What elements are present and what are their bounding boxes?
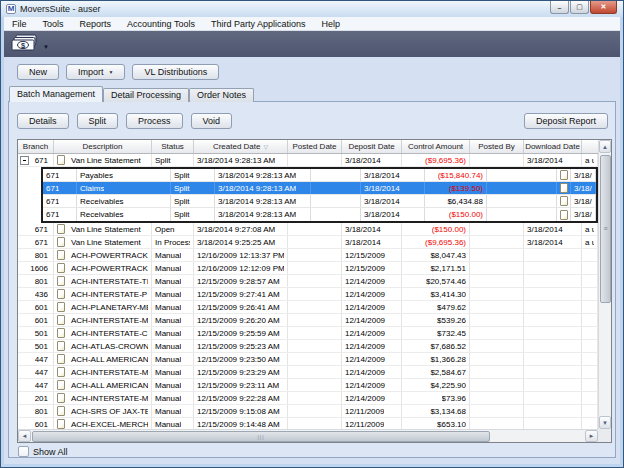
column-header-description[interactable]: Description <box>54 140 152 153</box>
expand-collapse-icon[interactable] <box>20 156 29 165</box>
cell-posted-by <box>487 195 557 207</box>
cell-posted-by <box>470 249 524 261</box>
vl-distributions-button[interactable]: VL Distributions <box>132 64 219 80</box>
horizontal-scrollbar[interactable] <box>18 429 598 442</box>
menu-item-accounting-tools[interactable]: Accounting Tools <box>119 19 203 29</box>
cell-posted-date <box>288 379 342 391</box>
grid-row-child[interactable]: 671ReceivablesSplit3/18/2014 9:28:13 AM3… <box>43 195 596 208</box>
cell-description: ACH-INTERSTATE-P <box>68 288 152 300</box>
details-button[interactable]: Details <box>17 113 69 129</box>
column-header-control-amount[interactable]: Control Amount <box>402 140 470 153</box>
maximize-button[interactable] <box>570 1 589 14</box>
cell-description: Payables <box>77 169 171 181</box>
cell-status: Manual <box>152 275 194 287</box>
close-button[interactable] <box>590 1 617 14</box>
batch-detail-group: 671PayablesSplit3/18/2014 9:28:13 AM3/18… <box>41 167 598 223</box>
grid-row[interactable]: 671Van Line StatementOpen3/18/2014 9:27:… <box>18 223 598 236</box>
cell-status: Manual <box>152 366 194 378</box>
grid-row[interactable]: 801ACH-POWERTRACKManual12/16/2009 12:13:… <box>18 249 598 262</box>
cell-posted-by <box>487 182 557 194</box>
grid-row-child[interactable]: 671ReceivablesSplit3/18/2014 9:28:13 AM3… <box>43 208 596 221</box>
scroll-down-icon[interactable] <box>599 416 611 429</box>
grid-row[interactable]: 671Van Line StatementSplit3/18/2014 9:28… <box>18 154 598 167</box>
cell-status: Manual <box>152 405 194 417</box>
column-header-status[interactable]: Status <box>152 140 194 153</box>
main-toolbar: $ <box>4 31 620 57</box>
minimize-button[interactable] <box>550 1 569 14</box>
tab-detail-processing[interactable]: Detail Processing <box>103 88 189 102</box>
menu-item-tools[interactable]: Tools <box>35 19 72 29</box>
cell-posted-by <box>470 327 524 339</box>
cell-control-amount: ($150.00) <box>425 208 487 221</box>
grid-row[interactable]: 601ACH-EXCEL-MERCHManual12/15/2009 9:14:… <box>18 418 598 429</box>
cell-deposit-date: 3/18/2014 <box>361 195 425 207</box>
grid-row[interactable]: 447ACH-ALL AMERICANManual12/15/2009 9:23… <box>18 353 598 366</box>
process-button[interactable]: Process <box>126 113 183 129</box>
toolbar-dropdown-caret-icon[interactable] <box>39 35 49 53</box>
cell-control-amount: $653.10 <box>402 418 470 429</box>
column-header-deposit-date[interactable]: Deposit Date <box>342 140 402 153</box>
new-button[interactable]: New <box>17 64 59 80</box>
grid-row[interactable]: 801ACH-INTERSTATE-TIManual12/15/2009 9:2… <box>18 275 598 288</box>
cell-description: Van Line Statement <box>68 154 152 166</box>
window-title: MoversSuite - auser <box>20 4 101 14</box>
cell-extra <box>582 275 598 287</box>
horizontal-scrollbar-thumb[interactable] <box>32 431 490 442</box>
scroll-left-icon[interactable] <box>18 430 31 442</box>
column-header-posted-by[interactable]: Posted By <box>470 140 524 153</box>
menu-item-reports[interactable]: Reports <box>72 19 120 29</box>
cell-control-amount: ($139.50) <box>425 182 487 194</box>
grid-row[interactable]: 601ACH-PLANETARY-MEManual12/15/2009 9:26… <box>18 301 598 314</box>
cell-status: In Process <box>152 236 194 248</box>
scroll-up-icon[interactable] <box>599 140 611 153</box>
grid-row[interactable]: 601ACH-INTERSTATE-MManual12/15/2009 9:26… <box>18 314 598 327</box>
cell-description: ACH-INTERSTATE-C <box>68 327 152 339</box>
cell-extra: a us <box>582 154 598 166</box>
cell-created-date: 3/18/2014 9:25:25 AM <box>194 236 288 248</box>
vertical-scrollbar[interactable] <box>598 140 611 429</box>
vertical-scrollbar-thumb[interactable] <box>600 155 611 303</box>
cell-icon <box>54 379 68 391</box>
grid-row[interactable]: 201ACH-INTERSTATE-MManual12/15/2009 9:22… <box>18 392 598 405</box>
menu-item-file[interactable]: File <box>4 19 35 29</box>
void-button[interactable]: Void <box>191 113 233 129</box>
menu-item-help[interactable]: Help <box>313 19 348 29</box>
cell-status: Split <box>171 195 215 207</box>
cell-control-amount: $3,414.30 <box>402 288 470 300</box>
cell-created-date: 12/16/2009 12:13:37 PM <box>194 249 288 261</box>
top-button-row: New Import VL Distributions <box>17 64 219 80</box>
scroll-right-icon[interactable] <box>585 430 598 442</box>
grid-row-child[interactable]: 671PayablesSplit3/18/2014 9:28:13 AM3/18… <box>43 169 596 182</box>
grid-header: BranchDescriptionStatusCreated DatePoste… <box>18 140 598 154</box>
grid-row[interactable]: 801ACH-SRS OF JAX-TEManual12/15/2009 9:1… <box>18 405 598 418</box>
split-button[interactable]: Split <box>77 113 119 129</box>
column-header-download-date[interactable]: Download Date <box>524 140 582 153</box>
grid-row[interactable]: 671Van Line StatementIn Process3/18/2014… <box>18 236 598 249</box>
cell-extra <box>582 353 598 365</box>
tab-batch-management[interactable]: Batch Management <box>9 86 103 102</box>
menu-item-third-party-applications[interactable]: Third Party Applications <box>203 19 314 29</box>
grid-row-child[interactable]: 671ClaimsSplit3/18/2014 9:28:13 AM3/18/2… <box>43 182 596 195</box>
cell-deposit-date: 3/18/2014 <box>361 208 425 221</box>
cell-created-date: 12/15/2009 9:23:29 AM <box>194 366 288 378</box>
deposit-report-button[interactable]: Deposit Report <box>524 113 608 129</box>
grid-row[interactable]: 447ACH-INTERSTATE-MManual12/15/2009 9:23… <box>18 366 598 379</box>
grid-row[interactable]: 501ACH-ATLAS-CROWNManual12/15/2009 9:25:… <box>18 340 598 353</box>
grid-row[interactable]: 1606ACH-POWERTRACKManual12/16/2009 12:12… <box>18 262 598 275</box>
column-header-branch[interactable]: Branch <box>18 140 54 153</box>
cell-icon <box>54 314 68 326</box>
cell-branch: 447 <box>18 353 54 365</box>
grid-row[interactable]: 447ACH-ALL AMERICANManual12/15/2009 9:23… <box>18 379 598 392</box>
cell-description: ACH-INTERSTATE-M <box>68 366 152 378</box>
grid-toolbar: DetailsSplitProcessVoid <box>17 113 232 129</box>
tab-order-notes[interactable]: Order Notes <box>189 88 254 102</box>
import-button[interactable]: Import <box>66 64 125 80</box>
cell-download-date: 3/18/2014 <box>571 195 596 207</box>
column-header-posted-date[interactable]: Posted Date <box>288 140 342 153</box>
show-all-checkbox[interactable] <box>18 446 29 457</box>
grid-row[interactable]: 436ACH-INTERSTATE-PManual12/15/2009 9:27… <box>18 288 598 301</box>
grid-row[interactable]: 501ACH-INTERSTATE-CManual12/15/2009 9:25… <box>18 327 598 340</box>
column-header-created-date[interactable]: Created Date <box>194 140 288 153</box>
cell-download-date <box>524 262 582 274</box>
batch-module-button[interactable]: $ <box>11 34 49 55</box>
